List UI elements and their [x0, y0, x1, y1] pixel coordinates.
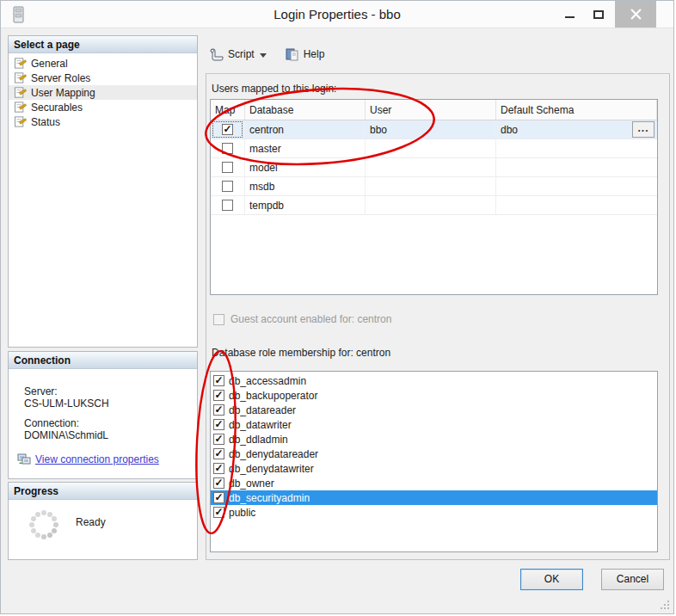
page-icon	[14, 57, 28, 70]
sidebar-item-general[interactable]: General	[9, 56, 197, 71]
map-checkbox[interactable]	[222, 200, 233, 211]
sidebar-item-label: User Mapping	[31, 87, 95, 99]
role-label: db_datareader	[229, 404, 296, 416]
users-table-caption: Users mapped to this login:	[212, 83, 336, 95]
script-icon	[209, 47, 224, 61]
sidebar-item-securables[interactable]: Securables	[9, 100, 197, 114]
default-schema-cell[interactable]	[496, 139, 657, 157]
database-cell[interactable]: centron	[245, 120, 366, 139]
role-checkbox[interactable]	[213, 434, 224, 445]
role-label: db_accessadmin	[229, 375, 306, 387]
sidebar-item-server-roles[interactable]: Server Roles	[9, 71, 197, 85]
role-checkbox[interactable]	[213, 419, 224, 430]
role-item-db-ddladmin[interactable]: db_ddladmin	[211, 432, 657, 447]
progress-header: Progress	[9, 483, 197, 500]
column-header-map[interactable]: Map	[211, 100, 245, 120]
database-cell[interactable]: tempdb	[245, 196, 366, 214]
toolbar: Script Help	[206, 37, 670, 71]
default-schema-cell[interactable]	[496, 196, 657, 214]
user-cell[interactable]	[366, 139, 496, 157]
minimize-icon	[565, 16, 575, 18]
page-icon	[14, 71, 28, 84]
map-checkbox[interactable]	[222, 181, 233, 192]
default-schema-cell[interactable]	[496, 177, 657, 195]
page-icon	[14, 86, 28, 99]
table-row-tempdb[interactable]: tempdb	[211, 196, 657, 215]
connection-label: Connection:	[24, 417, 192, 429]
map-checkbox[interactable]	[222, 143, 233, 154]
role-checkbox[interactable]	[213, 375, 224, 386]
role-label: db_backupoperator	[229, 390, 317, 402]
role-checkbox[interactable]	[213, 390, 224, 401]
sidebar-item-user-mapping[interactable]: User Mapping	[9, 85, 197, 100]
role-label: public	[229, 507, 255, 519]
role-checkbox[interactable]	[213, 492, 224, 503]
cancel-button[interactable]: Cancel	[601, 569, 664, 590]
progress-spinner-icon	[28, 508, 60, 541]
maximize-icon	[593, 10, 604, 19]
view-connection-properties-link[interactable]: View connection properties	[35, 453, 159, 465]
role-label: db_datawriter	[229, 419, 292, 431]
role-item-db-backupoperator[interactable]: db_backupoperator	[211, 388, 657, 403]
sidebar-item-label: Server Roles	[31, 72, 90, 84]
server-value: CS-ULM-LUKSCH	[24, 397, 192, 410]
role-label: db_ddladmin	[229, 434, 288, 446]
guest-account-label: Guest account enabled for: centron	[230, 313, 391, 325]
default-schema-cell[interactable]: dbo ...	[496, 120, 657, 139]
sidebar-item-label: General	[31, 58, 68, 70]
connection-header: Connection	[9, 352, 197, 369]
user-cell[interactable]	[366, 158, 496, 176]
role-item-db-datareader[interactable]: db_datareader	[211, 403, 657, 417]
database-roles-list: db_accessadmin db_backupoperator db_data…	[210, 371, 658, 552]
role-item-db-securityadmin[interactable]: db_securityadmin	[211, 490, 657, 505]
role-checkbox[interactable]	[213, 463, 224, 474]
user-mapping-page: Users mapped to this login: Map Database…	[206, 73, 670, 560]
role-item-db-owner[interactable]: db_owner	[211, 476, 657, 490]
role-item-db-accessadmin[interactable]: db_accessadmin	[211, 373, 657, 388]
script-button[interactable]: Script	[206, 44, 275, 65]
role-item-db-datawriter[interactable]: db_datawriter	[211, 417, 657, 432]
map-checkbox[interactable]	[222, 162, 233, 173]
maximize-button[interactable]	[586, 1, 611, 28]
default-schema-cell[interactable]	[496, 158, 657, 176]
connection-panel: Connection Server: CS-ULM-LUKSCH Connect…	[8, 351, 198, 479]
help-button[interactable]: Help	[282, 44, 332, 65]
table-header-row: Map Database User Default Schema	[211, 100, 657, 120]
role-item-db-denydatareader[interactable]: db_denydatareader	[211, 447, 657, 461]
close-button[interactable]	[615, 1, 656, 28]
user-cell[interactable]	[366, 196, 496, 214]
users-mapped-table: Map Database User Default Schema centron…	[210, 99, 658, 295]
role-label: db_owner	[229, 477, 274, 490]
script-dropdown-icon[interactable]	[260, 53, 267, 58]
database-cell[interactable]: master	[245, 139, 366, 157]
minimize-button[interactable]	[556, 1, 582, 28]
sidebar-item-status[interactable]: Status	[9, 114, 197, 129]
role-label: db_denydatareader	[229, 448, 318, 460]
database-cell[interactable]: model	[245, 158, 366, 176]
user-cell[interactable]	[366, 177, 496, 195]
column-header-database[interactable]: Database	[245, 100, 366, 120]
column-header-user[interactable]: User	[366, 100, 496, 120]
ok-button[interactable]: OK	[520, 569, 583, 590]
database-cell[interactable]: msdb	[245, 177, 366, 195]
progress-status: Ready	[76, 516, 106, 528]
role-checkbox[interactable]	[213, 404, 224, 416]
role-checkbox[interactable]	[213, 448, 224, 459]
role-label: db_securityadmin	[229, 492, 310, 504]
user-cell[interactable]: bbo	[366, 120, 496, 139]
role-checkbox[interactable]	[213, 477, 224, 489]
role-item-db-denydatawriter[interactable]: db_denydatawriter	[211, 461, 657, 476]
table-row-msdb[interactable]: msdb	[211, 177, 657, 196]
browse-schema-button[interactable]: ...	[632, 121, 654, 138]
guest-account-checkbox	[213, 314, 224, 325]
login-properties-dialog: Login Properties - bbo Select a page Gen…	[0, 0, 674, 614]
default-schema-value: dbo	[501, 124, 518, 136]
role-checkbox[interactable]	[213, 507, 224, 518]
role-item-public[interactable]: public	[211, 505, 657, 520]
resize-grip[interactable]	[660, 600, 670, 610]
column-header-default-schema[interactable]: Default Schema	[496, 100, 657, 120]
table-row-master[interactable]: master	[211, 139, 657, 158]
table-row-centron[interactable]: centron bbo dbo ...	[211, 120, 657, 139]
table-row-model[interactable]: model	[211, 158, 657, 177]
roles-caption: Database role membership for: centron	[212, 347, 390, 359]
